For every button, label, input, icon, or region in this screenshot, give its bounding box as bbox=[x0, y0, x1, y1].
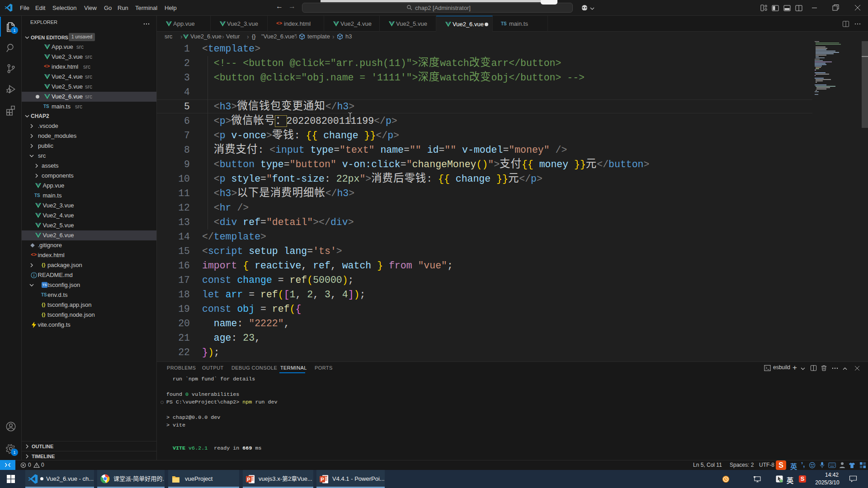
svg-text:P: P bbox=[321, 477, 324, 482]
svg-text:P: P bbox=[247, 477, 250, 482]
